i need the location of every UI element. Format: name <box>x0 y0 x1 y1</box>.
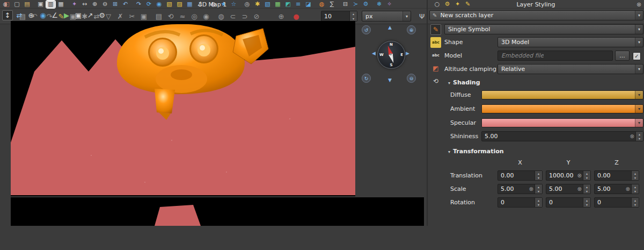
clear-icon[interactable]: ⊗ <box>529 186 533 192</box>
model-file-input[interactable]: Embedded file <box>497 51 613 61</box>
translation-x-spinbox[interactable]: 0.00▴▾ <box>497 170 543 181</box>
rotation-z-spinbox[interactable]: 0▴▾ <box>594 197 639 208</box>
scratch-layer-icon: ✎ <box>430 12 437 18</box>
compass[interactable]: N S W E <box>377 41 405 69</box>
scale-label: Scale <box>450 184 466 194</box>
shininess-spinbox[interactable]: 5.00 ⊗ ▴▾ <box>481 131 643 141</box>
export-scene-icon[interactable]: ↗ <box>85 10 96 20</box>
shininess-label: Shininess <box>450 131 478 141</box>
layer-selector-combo[interactable]: ✎ New scratch layer ▾ <box>429 10 643 20</box>
shininess-value: 5.00 <box>482 133 630 140</box>
translation-z-spinbox[interactable]: 0.00▴▾ <box>594 170 639 181</box>
layer-styling-title: Layer Styling <box>428 0 644 9</box>
rotation-row: Rotation0▴▾0▴▾0▴▾ <box>428 197 644 208</box>
clear-icon[interactable]: ⊗ <box>630 133 634 139</box>
spin-buttons[interactable]: ▴▾ <box>583 198 590 207</box>
chevron-down-icon: ▾ <box>635 105 643 113</box>
spin-buttons[interactable]: ▴▾ <box>535 198 542 207</box>
model-browse-button[interactable]: ... <box>615 51 630 61</box>
map3d-panel: 3D Map 1 ⊗ ↕⇄⊕◉∠▶▣↗⚙ <box>0 0 425 226</box>
labels-icon[interactable]: abc <box>430 37 441 48</box>
styling-tabs: ✎abcabc◩⟲ <box>429 24 443 87</box>
renderer-combo[interactable]: Single Symbol ▾ <box>444 24 643 34</box>
rotation-label: Rotation <box>450 197 475 208</box>
chevron-down-icon: ▾ <box>635 38 643 47</box>
renderer-value: Single Symbol <box>445 26 635 33</box>
2d-scene <box>11 197 424 226</box>
spin-buttons[interactable]: ▴▾ <box>635 132 643 141</box>
move-down-arrow[interactable]: ▼ <box>388 78 392 83</box>
map3d-panel-title: 3D Map 1 <box>0 0 425 9</box>
ambient-color-button[interactable]: ▾ <box>481 104 643 113</box>
spin-buttons[interactable]: ▴▾ <box>631 198 639 207</box>
translation-row: Translation0.00▴▾1000.00⊗▴▾0.00▴▾ <box>428 170 644 181</box>
model-file-placeholder: Embedded file <box>498 52 544 59</box>
zoom-3d-icon[interactable]: ⊕ <box>26 10 36 20</box>
camera-control-icon[interactable]: ↕ <box>2 10 13 20</box>
model-embedded-checkbox[interactable]: ✓ <box>633 52 641 60</box>
zoom-out-button[interactable]: ⊖ <box>407 74 416 83</box>
spin-buttons[interactable]: ▴▾ <box>535 171 542 180</box>
translation-label: Translation <box>450 170 482 181</box>
axis-x-header: X <box>497 159 543 166</box>
zoom-in-button[interactable]: ⊕ <box>407 25 416 34</box>
spin-buttons[interactable]: ▴▾ <box>631 171 639 180</box>
move-up-arrow[interactable]: ▲ <box>388 25 392 30</box>
identify-3d-icon[interactable]: ◉ <box>38 10 48 20</box>
spin-buttons[interactable]: ▴▾ <box>535 184 542 194</box>
specular-color-button[interactable]: ▾ <box>481 118 643 127</box>
view-3d-icon[interactable]: ◩ <box>430 63 441 74</box>
rotation-x-spinbox[interactable]: 0▴▾ <box>497 197 543 208</box>
altitude-clamping-value: Relative <box>498 66 635 73</box>
symbology-icon[interactable]: ✎ <box>430 24 441 35</box>
move-left-arrow[interactable]: ◀ <box>372 51 376 56</box>
scale-y-spinbox[interactable]: 5.00⊗▴▾ <box>546 184 591 194</box>
layer-selector-value: New scratch layer <box>437 12 635 19</box>
camera-tilt-down-button[interactable]: ↻ <box>362 74 371 83</box>
shape-combo[interactable]: 3D Model ▾ <box>497 37 643 47</box>
shading-section-header[interactable]: ▾Shading <box>448 78 480 88</box>
measure-3d-icon[interactable]: ∠ <box>49 10 60 20</box>
chevron-down-icon: ▾ <box>635 119 643 127</box>
qgis-window: ◧▢▤▣▥▦✦↔⊕⊖⊞↶↷⟳◉▧▨▦∠◍★☆◎✱▧▦◩≡◪◍∑⊟≻⚙❄✧○⚙✦✎… <box>0 0 644 250</box>
layer-styling-panel: Layer Styling ⊗ ✎ New scratch layer ▾ ✎a… <box>427 0 644 226</box>
spin-buttons[interactable]: ▴▾ <box>583 184 590 194</box>
altitude-clamping-combo[interactable]: Relative ▾ <box>497 64 643 74</box>
animations-icon[interactable]: ▶ <box>61 10 72 20</box>
map3d-toolbar: ↕⇄⊕◉∠▶▣↗⚙ <box>2 10 107 20</box>
rotation-y-spinbox[interactable]: 0▴▾ <box>546 197 591 208</box>
specular-label: Specular <box>450 118 476 128</box>
close-icon[interactable]: ⊗ <box>635 1 643 9</box>
pan-3d-icon[interactable]: ⇄ <box>14 10 25 20</box>
masks-icon[interactable]: abc <box>430 50 441 61</box>
options-3d-icon[interactable]: ⚙ <box>97 10 107 20</box>
transformation-section-header[interactable]: ▾Transformation <box>448 147 504 156</box>
scale-x-spinbox[interactable]: 5.00⊗▴▾ <box>497 184 543 194</box>
save-as-image-icon[interactable]: ▣ <box>73 10 84 20</box>
compass-needle <box>378 41 404 67</box>
collapse-icon: ▾ <box>448 149 450 154</box>
clear-icon[interactable]: ⊗ <box>577 173 582 178</box>
scale-z-spinbox[interactable]: 5.00⊗▴▾ <box>594 184 639 194</box>
diffuse-label: Diffuse <box>450 90 471 100</box>
chevron-down-icon: ▾ <box>635 91 643 99</box>
diffuse-color-button[interactable]: ▾ <box>481 90 643 99</box>
spin-buttons[interactable]: ▴▾ <box>631 184 639 194</box>
altitude-clamping-label: Altitude clamping <box>444 64 496 74</box>
map-canvas-2d[interactable] <box>11 197 424 226</box>
chevron-down-icon: ▾ <box>635 11 643 20</box>
move-right-arrow[interactable]: ▶ <box>406 51 409 56</box>
axis-z-header: Z <box>594 159 639 166</box>
spin-buttons[interactable]: ▴▾ <box>583 171 590 180</box>
chevron-down-icon: ▾ <box>635 65 643 74</box>
camera-tilt-up-button[interactable]: ↺ <box>362 25 371 34</box>
clear-icon[interactable]: ⊗ <box>626 186 630 192</box>
scale-row: Scale5.00⊗▴▾5.00⊗▴▾5.00⊗▴▾ <box>428 184 644 195</box>
map3d-viewport[interactable] <box>11 21 355 196</box>
clear-icon[interactable]: ⊗ <box>577 186 582 192</box>
history-icon[interactable]: ⟲ <box>430 76 441 87</box>
translation-y-spinbox[interactable]: 1000.00⊗▴▾ <box>546 170 591 181</box>
axis-y-header: Y <box>546 159 591 166</box>
close-icon[interactable]: ⊗ <box>1 1 9 9</box>
collapse-icon: ▾ <box>448 81 450 85</box>
